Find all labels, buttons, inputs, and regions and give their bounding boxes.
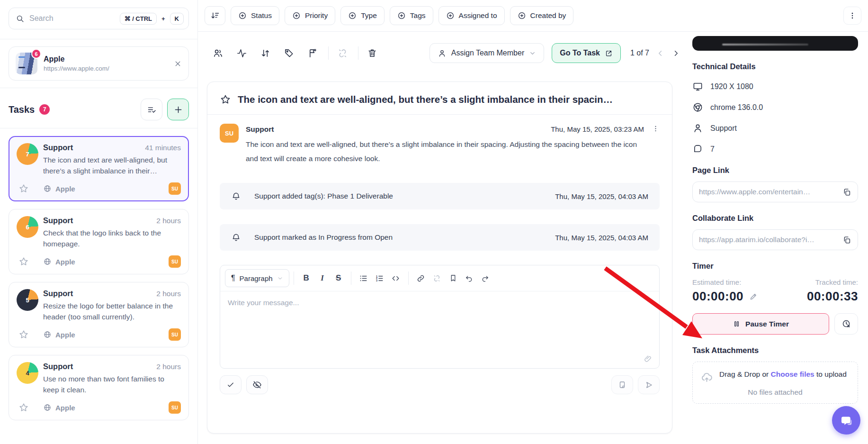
hide-comment-button[interactable] [246, 375, 268, 394]
note-icon [618, 381, 626, 389]
filter-bar: Status Priority Type Tags Assigned to Cr… [198, 0, 868, 32]
task-age: 2 hours [156, 290, 181, 298]
message-input[interactable]: Write your message... [220, 291, 659, 368]
ordered-list-button[interactable]: 123 [372, 270, 388, 286]
unlink-icon[interactable] [334, 45, 350, 61]
collaborators-icon[interactable] [210, 45, 226, 61]
browser-row: chrome 136.0.0 [692, 102, 858, 113]
filter-status[interactable]: Status [231, 6, 279, 25]
activity-icon[interactable] [233, 45, 250, 61]
timer-title: Timer [692, 262, 858, 271]
code-button[interactable] [388, 270, 404, 286]
bookmark-button[interactable] [445, 270, 461, 286]
circle-plus-icon [348, 11, 357, 20]
send-button[interactable] [638, 375, 660, 394]
task-card-7[interactable]: 7 Support 41 minutes The icon and text a… [9, 136, 189, 201]
notification-row: Support added tag(s): Phase 1 Deliverabl… [220, 183, 660, 209]
site-card-apple[interactable]: 6 Apple https://www.apple.com/ [9, 46, 189, 81]
filter-type[interactable]: Type [340, 6, 385, 25]
list-check-icon [147, 105, 157, 115]
external-link-icon [605, 49, 613, 57]
flag-icon[interactable] [304, 45, 321, 61]
estimated-time-value: 00:00:00 [692, 289, 743, 304]
assignee-avatar: SU [169, 182, 181, 195]
task-age: 41 minutes [145, 144, 181, 152]
comment-body: The icon and text are well-aligned, but … [246, 137, 660, 166]
dropzone-text: Drag & Drop or Choose files to upload [719, 369, 847, 379]
circle-plus-icon [446, 11, 455, 20]
task-card-6[interactable]: 6 Support 2 hours Check that the logo li… [9, 209, 189, 274]
copy-icon[interactable] [842, 236, 851, 245]
task-card-4[interactable]: 4 Support 2 hours Use no more than two f… [9, 355, 189, 420]
sort-button[interactable] [205, 6, 225, 25]
tag-icon[interactable] [281, 45, 297, 61]
next-task-chevron[interactable] [671, 49, 680, 58]
task-status-badge: 7 [17, 143, 38, 165]
add-task-button[interactable] [167, 99, 189, 120]
time-log-button[interactable] [834, 313, 858, 335]
more-options-button[interactable] [843, 7, 861, 25]
editor-toolbar: ¶ Paragraph B I S 123 [220, 265, 659, 291]
bullet-list-button[interactable] [356, 270, 372, 286]
chevron-down-icon [277, 275, 283, 281]
person-icon [692, 123, 703, 134]
globe-icon [43, 257, 52, 266]
circle-plus-icon [397, 11, 406, 20]
task-author: Support [43, 289, 73, 298]
filter-priority[interactable]: Priority [285, 6, 335, 25]
paragraph-style-dropdown[interactable]: ¶ Paragraph [225, 269, 289, 287]
strikethrough-button[interactable]: S [331, 270, 347, 286]
comment: SU Support Thu, May 15, 2025, 03:23 AM T… [207, 115, 672, 171]
trash-icon[interactable] [364, 45, 380, 61]
close-icon[interactable] [174, 60, 182, 68]
comment-menu-icon[interactable] [652, 125, 660, 133]
sort-arrows-icon[interactable] [257, 45, 273, 61]
task-description: Resize the logo for better balance in th… [43, 300, 181, 322]
attach-file-icon[interactable] [644, 354, 653, 363]
collaborate-link-field[interactable]: https://app.atarim.io/collaborate?i… [692, 229, 858, 250]
note-button[interactable] [611, 375, 633, 394]
estimated-time-label: Estimated time: [692, 278, 775, 286]
sort-descending-icon [210, 11, 220, 20]
unlink-button[interactable] [429, 270, 445, 286]
check-icon [226, 381, 235, 389]
task-card-5[interactable]: 5 Support 2 hours Resize the logo for be… [9, 282, 189, 347]
title-star-icon[interactable] [220, 94, 231, 105]
resolve-button[interactable] [220, 375, 242, 394]
main-content: Assign Team Member Go To Task 1 of 7 The… [198, 32, 682, 444]
task-author: Support [43, 216, 73, 225]
browser-value: chrome 136.0.0 [710, 103, 763, 112]
attachments-dropzone[interactable]: Drag & Drop or Choose files to upload No… [692, 362, 858, 404]
star-icon[interactable] [18, 402, 29, 413]
timer-values: Estimated time: 00:00:00 Tracked time: 0… [692, 278, 858, 304]
task-screenshot-thumbnail[interactable] [692, 36, 858, 51]
choose-files-link[interactable]: Choose files [771, 370, 814, 378]
globe-icon [43, 184, 52, 193]
go-to-task-button[interactable]: Go To Task [552, 43, 621, 63]
link-button[interactable] [413, 270, 429, 286]
task-status-badge: 6 [17, 216, 38, 238]
undo-button[interactable] [461, 270, 477, 286]
page-link-field[interactable]: https://www.apple.com/entertain… [692, 181, 858, 202]
filter-tags[interactable]: Tags [390, 6, 433, 25]
tasks-title: Tasks [9, 104, 35, 115]
search-icon [16, 14, 25, 23]
assign-team-member-dropdown[interactable]: Assign Team Member [430, 43, 544, 63]
edit-pencil-icon[interactable] [749, 292, 758, 301]
filter-created-by[interactable]: Created by [510, 6, 574, 25]
search-input[interactable] [29, 14, 115, 23]
message-placeholder: Write your message... [220, 291, 659, 314]
chat-widget-button[interactable] [832, 406, 860, 435]
redo-button[interactable] [477, 270, 493, 286]
prev-task-chevron[interactable] [656, 49, 665, 58]
star-icon[interactable] [18, 329, 29, 340]
bold-button[interactable]: B [298, 270, 314, 286]
star-icon[interactable] [18, 183, 29, 194]
task-sort-button[interactable] [141, 99, 162, 120]
search-box[interactable]: ⌘ / CTRL + K [9, 8, 189, 29]
italic-button[interactable]: I [314, 270, 331, 286]
filter-assigned-to[interactable]: Assigned to [438, 6, 505, 25]
pause-timer-button[interactable]: Pause Timer [692, 313, 829, 335]
copy-icon[interactable] [842, 188, 851, 197]
star-icon[interactable] [18, 256, 29, 267]
